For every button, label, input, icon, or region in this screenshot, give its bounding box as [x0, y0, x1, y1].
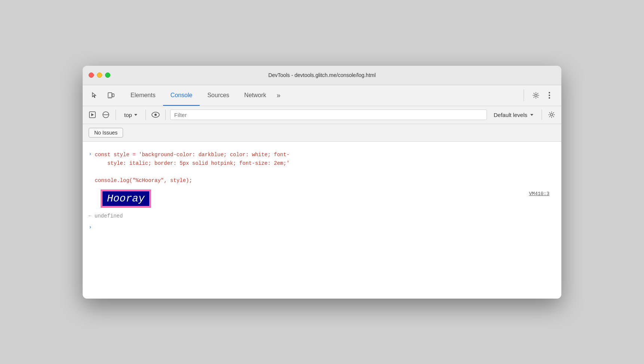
toolbar-divider-1 — [116, 109, 116, 120]
devtools-window: DevTools - devtools.glitch.me/console/lo… — [83, 66, 561, 299]
window-title: DevTools - devtools.glitch.me/console/lo… — [268, 72, 375, 78]
play-icon — [89, 111, 96, 118]
tab-console[interactable]: Console — [163, 85, 200, 106]
traffic-lights — [89, 73, 110, 78]
maximize-button[interactable] — [105, 73, 110, 78]
three-dots-icon — [549, 92, 550, 99]
input-arrow-icon: › — [89, 151, 92, 157]
chevron-down-icon — [530, 114, 533, 116]
svg-marker-8 — [91, 113, 94, 116]
inspect-icon-button[interactable] — [89, 89, 101, 101]
tab-elements[interactable]: Elements — [123, 85, 163, 106]
svg-point-12 — [154, 114, 157, 116]
eye-button[interactable] — [150, 109, 161, 120]
console-gear-icon — [548, 111, 555, 118]
tab-sources[interactable]: Sources — [200, 85, 237, 106]
svg-point-5 — [549, 95, 550, 96]
more-menu-icon-button[interactable] — [543, 89, 555, 101]
minimize-button[interactable] — [97, 73, 102, 78]
inspect-icon — [91, 92, 98, 99]
issues-bar: No Issues — [83, 124, 561, 142]
undefined-value: undefined — [95, 213, 123, 219]
settings-icon-button[interactable] — [530, 89, 542, 101]
device-icon — [107, 91, 115, 99]
toolbar-divider-4 — [542, 109, 542, 120]
console-settings-button[interactable] — [546, 109, 557, 120]
svg-point-3 — [535, 94, 537, 96]
tab-bar: Elements Console Sources Network » — [83, 85, 561, 106]
eye-icon — [151, 112, 160, 118]
filter-input[interactable] — [170, 109, 487, 120]
close-button[interactable] — [89, 73, 94, 78]
code-input-entry: › const style = 'background-color: darkb… — [83, 146, 561, 185]
run-button[interactable] — [87, 109, 98, 120]
prompt-arrow-icon: › — [89, 224, 92, 230]
device-icon-button[interactable] — [105, 89, 117, 101]
undefined-entry: ← undefined — [83, 211, 561, 221]
return-arrow-icon: ← — [89, 213, 92, 219]
toolbar-divider-2 — [145, 109, 146, 120]
svg-point-13 — [551, 114, 553, 116]
clear-icon — [102, 111, 109, 118]
context-selector[interactable]: top — [120, 110, 141, 120]
clear-console-button[interactable] — [101, 109, 111, 120]
tab-more[interactable]: » — [274, 85, 283, 106]
svg-point-4 — [549, 92, 550, 93]
console-toolbar: top Default levels — [83, 106, 561, 124]
default-levels-dropdown[interactable]: Default levels — [490, 110, 537, 120]
hooray-styled-output: Hooray — [101, 189, 151, 208]
svg-point-6 — [549, 97, 550, 99]
tab-right-icons — [524, 89, 555, 101]
settings-gear-icon — [532, 92, 540, 99]
hooray-output-row: Hooray VM410:3 — [83, 185, 561, 211]
prompt-entry[interactable]: › — [83, 221, 561, 233]
toolbar-divider-3 — [165, 109, 166, 120]
vm-reference-link[interactable]: VM410:3 — [529, 191, 549, 197]
tab-network[interactable]: Network — [237, 85, 274, 106]
title-bar: DevTools - devtools.glitch.me/console/lo… — [83, 66, 561, 85]
console-output: › const style = 'background-color: darkb… — [83, 142, 561, 299]
svg-rect-1 — [112, 94, 114, 97]
tab-icons — [89, 89, 117, 101]
code-text: const style = 'background-color: darkblu… — [95, 151, 289, 185]
no-issues-button[interactable]: No Issues — [89, 128, 123, 138]
chevron-down-icon — [134, 114, 137, 116]
